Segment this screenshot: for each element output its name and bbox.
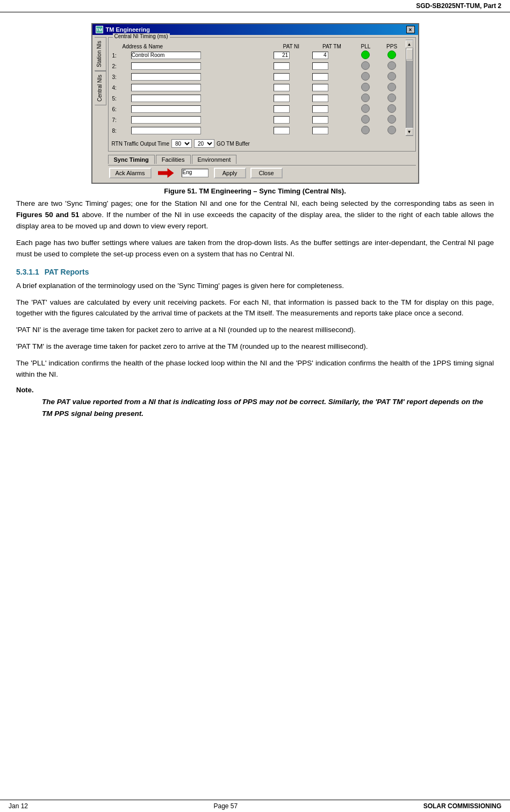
para3: A brief explanation of the terminology u… (16, 281, 494, 292)
main-panel: Central NI Timing (ms) Address & Name PA… (108, 37, 416, 181)
col-pll: PLL (353, 43, 378, 50)
table-row: 8: (111, 125, 406, 136)
para2: Each page has two buffer settings where … (16, 238, 494, 260)
scroll-thumb[interactable] (406, 49, 413, 60)
pps-indicator (387, 51, 396, 59)
group-box-central-ni-timing: Central NI Timing (ms) Address & Name PA… (108, 37, 416, 152)
row-pat-tm[interactable] (311, 114, 354, 125)
row-label: 5: (111, 93, 130, 104)
row-pat-tm[interactable] (311, 82, 354, 93)
vtab-station-nis[interactable]: Station NIs (95, 37, 106, 71)
group-box-label: Central NI Timing (ms) (113, 33, 170, 39)
note-text: The PAT value reported from a NI that is… (42, 396, 494, 419)
titlebar-left: TM TM Engineering (96, 26, 150, 33)
section-title: PAT Reports (45, 268, 89, 276)
pll-indicator (361, 72, 370, 81)
buffer-select-1[interactable]: 80 (171, 139, 192, 148)
row-pll (353, 104, 378, 114)
row-label: 1: (111, 50, 130, 61)
row-pat-tm[interactable] (311, 61, 354, 71)
col-pps: PPS (378, 43, 406, 50)
pll-indicator (361, 83, 370, 91)
pll-indicator (361, 61, 370, 70)
row-pat-tm[interactable] (311, 104, 354, 114)
row-pat-ni[interactable]: 21 (272, 50, 310, 61)
pps-indicator (387, 126, 396, 134)
row-name-cell[interactable] (130, 61, 272, 71)
apply-button[interactable]: Apply (214, 168, 246, 178)
row-name-cell[interactable] (130, 104, 272, 114)
pps-indicator (387, 61, 396, 70)
bottom-tabs-row: Sync Timing Facilities Environment (108, 155, 416, 164)
dialog-icon: TM (96, 26, 103, 33)
row-pll (353, 114, 378, 125)
row-name-cell[interactable] (130, 93, 272, 104)
pps-indicator (387, 94, 396, 102)
eng-label: Eng (182, 169, 193, 176)
row-pat-tm[interactable] (311, 71, 354, 82)
para6: 'PAT TM' is the average time taken for p… (16, 341, 494, 353)
row-pat-ni[interactable] (272, 71, 310, 82)
table-row: 6: (111, 104, 406, 114)
ack-alarms-button[interactable]: Ack Alarms (109, 168, 152, 178)
close-button[interactable]: Close (250, 168, 283, 178)
para1-rest: above. If the number of the NI in use ex… (16, 211, 494, 230)
pll-indicator (361, 104, 370, 113)
row-pat-ni[interactable] (272, 82, 310, 93)
note-label: Note. (16, 386, 494, 394)
row-pll (353, 93, 378, 104)
tab-sync-timing[interactable]: Sync Timing (108, 155, 155, 164)
pps-indicator (387, 115, 396, 124)
row-label: 7: (111, 114, 130, 125)
row-pat-tm[interactable]: 4 (311, 50, 354, 61)
row-pps (378, 114, 406, 125)
eng-field[interactable]: Eng (182, 169, 209, 177)
row-name-cell[interactable] (130, 82, 272, 93)
footer-center: Page 57 (213, 802, 238, 810)
row-pll (353, 82, 378, 93)
buffer-label: RTN Traffic Output Time (112, 141, 169, 147)
dialog-close-button[interactable]: × (406, 26, 415, 33)
row-pat-ni[interactable] (272, 61, 310, 71)
figure-container: TM TM Engineering × Station NIs Central … (16, 23, 494, 195)
row-pps (378, 125, 406, 136)
pps-indicator (387, 72, 396, 81)
table-row: 1:Control Room214 (111, 50, 406, 61)
scroll-up-arrow[interactable]: ▲ (406, 40, 413, 48)
row-label: 8: (111, 125, 130, 136)
tm-engineering-dialog: TM TM Engineering × Station NIs Central … (91, 23, 419, 184)
vtab-central-nis[interactable]: Central NIs (95, 71, 106, 105)
row-pat-ni[interactable] (272, 114, 310, 125)
arrow-icon (158, 168, 174, 178)
scroll-down-arrow[interactable]: ▼ (406, 128, 413, 135)
row-pll (353, 71, 378, 82)
tab-facilities[interactable]: Facilities (156, 155, 191, 164)
row-name-cell[interactable] (130, 71, 272, 82)
row-pps (378, 61, 406, 71)
table-and-scroll: Address & Name PAT NI PAT TM PLL PPS (111, 40, 413, 136)
figure-caption-text: Figure 51. TM Engineering – Sync Timing … (164, 187, 346, 195)
row-pat-tm[interactable] (311, 93, 354, 104)
action-row: Ack Alarms Eng Apply Close (108, 165, 416, 181)
page-content: TM TM Engineering × Station NIs Central … (0, 12, 510, 425)
row-name-cell[interactable] (130, 114, 272, 125)
page-header: SGD-SB2025NT-TUM, Part 2 (0, 0, 510, 12)
buffer-select-2[interactable]: 20 (194, 139, 214, 148)
table-header-row: Address & Name PAT NI PAT TM PLL PPS (111, 43, 406, 50)
row-name-cell[interactable] (130, 125, 272, 136)
row-pat-tm[interactable] (311, 125, 354, 136)
page-footer: Jan 12 Page 57 SOLAR COMMISSIONING (0, 800, 510, 812)
row-name-cell[interactable]: Control Room (130, 50, 272, 61)
table-row: 3: (111, 71, 406, 82)
row-pps (378, 93, 406, 104)
tab-environment[interactable]: Environment (192, 155, 237, 164)
row-pat-ni[interactable] (272, 93, 310, 104)
buffer-row: RTN Traffic Output Time 80 20 GO TM Buff… (111, 138, 413, 149)
pps-indicator (387, 83, 396, 91)
row-label: 4: (111, 82, 130, 93)
row-pat-ni[interactable] (272, 104, 310, 114)
row-pat-ni[interactable] (272, 125, 310, 136)
table-scrollbar[interactable]: ▲ ▼ (406, 40, 413, 136)
row-pps (378, 104, 406, 114)
ni-table-wrapper: Address & Name PAT NI PAT TM PLL PPS (111, 40, 406, 136)
